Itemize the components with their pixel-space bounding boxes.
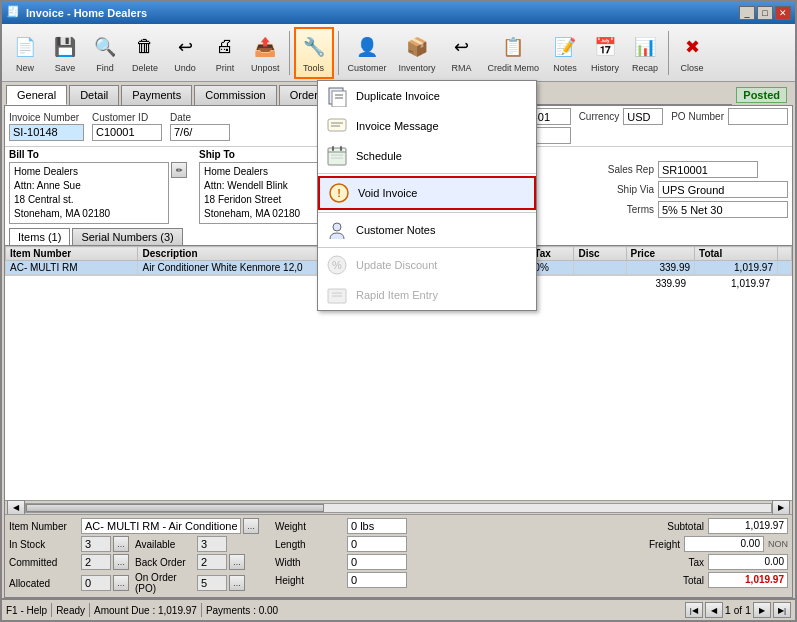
customer-id-input[interactable] — [92, 124, 162, 141]
inventory-button[interactable]: 📦 Inventory — [394, 27, 441, 79]
weight-label: Weight — [275, 521, 345, 532]
credit-memo-label: Credit Memo — [488, 63, 540, 73]
subtotal-value: 1,019.97 — [708, 518, 788, 534]
tab-payments[interactable]: Payments — [121, 85, 192, 105]
close-button[interactable]: ✖ Close — [673, 27, 711, 79]
prev-page-btn[interactable]: ◀ — [705, 602, 723, 618]
recap-button[interactable]: 📊 Recap — [626, 27, 664, 79]
save-icon: 💾 — [51, 33, 79, 61]
col-disc: Disc — [574, 247, 626, 261]
length-field[interactable] — [347, 536, 407, 552]
po-number-input[interactable] — [728, 108, 788, 125]
delete-button[interactable]: 🗑 Delete — [126, 27, 164, 79]
tools-icon: 🔧 — [300, 33, 328, 61]
find-button[interactable]: 🔍 Find — [86, 27, 124, 79]
schedule-icon — [326, 145, 348, 167]
undo-label: Undo — [174, 63, 196, 73]
minimize-button[interactable]: _ — [739, 6, 755, 20]
status-text: Ready — [56, 605, 85, 616]
history-button[interactable]: 📅 History — [586, 27, 624, 79]
currency-label: Currency — [579, 111, 620, 122]
on-order-label: On Order (PO) — [135, 572, 195, 594]
menu-item-void-invoice[interactable]: ! Void Invoice — [318, 176, 536, 210]
svg-rect-7 — [328, 148, 346, 165]
customer-button[interactable]: 👤 Customer — [343, 27, 392, 79]
app-icon: 🧾 — [6, 5, 22, 21]
width-label: Width — [275, 557, 345, 568]
tab-general[interactable]: General — [6, 85, 67, 105]
totals-panel: Subtotal 1,019.97 Freight 0.00 NON Tax 0… — [625, 518, 788, 594]
bill-to-address: Home DealersAttn: Anne Sue18 Central st.… — [9, 162, 169, 224]
allocated-label: Allocated — [9, 578, 79, 589]
in-stock-btn[interactable]: … — [113, 536, 129, 552]
tab-serial-numbers[interactable]: Serial Numbers (3) — [72, 228, 182, 245]
first-page-btn[interactable]: |◀ — [685, 602, 703, 618]
ship-via-input[interactable] — [658, 181, 788, 198]
save-button[interactable]: 💾 Save — [46, 27, 84, 79]
print-label: Print — [216, 63, 235, 73]
invoice-number-input[interactable] — [9, 124, 84, 141]
next-page-btn[interactable]: ▶ — [753, 602, 771, 618]
menu-item-customer-notes[interactable]: Customer Notes — [318, 215, 536, 245]
tab-detail[interactable]: Detail — [69, 85, 119, 105]
ship-via-label: Ship Via — [599, 184, 654, 195]
tax-value: 0.00 — [708, 554, 788, 570]
freight-tag: NON — [768, 539, 788, 549]
footer-price: 339.99 — [606, 278, 686, 289]
svg-point-15 — [333, 223, 341, 231]
undo-icon: ↩ — [171, 33, 199, 61]
bill-to-edit-btn[interactable]: ✏ — [171, 162, 187, 178]
new-icon: 📄 — [11, 33, 39, 61]
currency-input[interactable] — [623, 108, 663, 125]
horizontal-scrollbar[interactable]: ◀ ▶ — [5, 500, 792, 514]
print-button[interactable]: 🖨 Print — [206, 27, 244, 79]
close-button[interactable]: ✕ — [775, 6, 791, 20]
po-number-label: PO Number — [671, 111, 724, 122]
menu-item-invoice-message[interactable]: Invoice Message — [318, 111, 536, 141]
allocated-field — [81, 575, 111, 591]
rma-button[interactable]: ↩ RMA — [443, 27, 481, 79]
tab-items[interactable]: Items (1) — [9, 228, 70, 245]
maximize-button[interactable]: □ — [757, 6, 773, 20]
allocated-btn[interactable]: … — [113, 575, 129, 591]
cell-item-number: AC- MULTI RM — [6, 261, 138, 275]
history-label: History — [591, 63, 619, 73]
menu-item-schedule[interactable]: Schedule — [318, 141, 536, 171]
cell-disc — [574, 261, 626, 275]
svg-text:%: % — [332, 259, 342, 271]
history-icon: 📅 — [591, 33, 619, 61]
date-input[interactable] — [170, 124, 230, 141]
back-order-field — [197, 554, 227, 570]
scroll-track[interactable] — [25, 503, 772, 513]
back-order-btn[interactable]: … — [229, 554, 245, 570]
undo-button[interactable]: ↩ Undo — [166, 27, 204, 79]
credit-memo-button[interactable]: 📋 Credit Memo — [483, 27, 545, 79]
sales-rep-input[interactable] — [658, 161, 758, 178]
update-discount-label: Update Discount — [356, 259, 437, 271]
cell-price: 339.99 — [626, 261, 694, 275]
unpost-button[interactable]: 📤 Unpost — [246, 27, 285, 79]
width-field[interactable] — [347, 554, 407, 570]
cell-spacer — [778, 261, 792, 275]
terms-input[interactable] — [658, 201, 788, 218]
weight-field[interactable] — [347, 518, 407, 534]
duplicate-invoice-icon — [326, 85, 348, 107]
amount-due: Amount Due : 1,019.97 — [94, 605, 197, 616]
on-order-btn[interactable]: … — [229, 575, 245, 591]
customer-notes-icon — [326, 219, 348, 241]
new-button[interactable]: 📄 New — [6, 27, 44, 79]
last-page-btn[interactable]: ▶| — [773, 602, 791, 618]
save-label: Save — [55, 63, 76, 73]
committed-btn[interactable]: … — [113, 554, 129, 570]
notes-button[interactable]: 📝 Notes — [546, 27, 584, 79]
menu-item-update-discount: % Update Discount — [318, 250, 536, 280]
unpost-label: Unpost — [251, 63, 280, 73]
item-number-field[interactable] — [81, 518, 241, 534]
tools-button[interactable]: 🔧 Tools — [294, 27, 334, 79]
height-field[interactable] — [347, 572, 407, 588]
invoice-message-label: Invoice Message — [356, 120, 439, 132]
available-field — [197, 536, 227, 552]
menu-item-duplicate-invoice[interactable]: Duplicate Invoice — [318, 81, 536, 111]
tab-commission[interactable]: Commission — [194, 85, 277, 105]
item-number-browse-btn[interactable]: … — [243, 518, 259, 534]
